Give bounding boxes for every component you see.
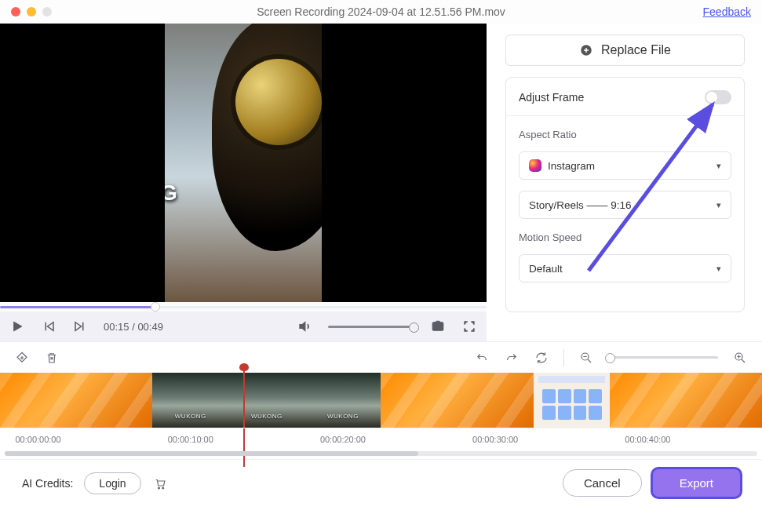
timeline-clip[interactable]: [0, 373, 152, 428]
current-time: 00:15: [104, 321, 129, 333]
next-frame-button[interactable]: [72, 319, 88, 334]
footer: AI Credits: Login Cancel Export: [0, 459, 762, 506]
ruler-tick: 00:00:00:00: [15, 435, 60, 444]
scrubber-thumb[interactable]: [151, 302, 160, 312]
video-timecode: 00:15 / 00:49: [104, 321, 163, 333]
timeline-clip[interactable]: [534, 373, 610, 428]
volume-slider[interactable]: [328, 326, 414, 328]
timeline-toolbar: [0, 341, 762, 373]
timeline-scrollbar[interactable]: [5, 451, 757, 456]
timeline-clip[interactable]: WUKONG: [152, 373, 228, 428]
snapshot-button[interactable]: [430, 319, 446, 334]
export-button[interactable]: Export: [653, 469, 740, 497]
motion-speed-value: Default: [529, 263, 563, 275]
aspect-ratio-label: Aspect Ratio: [519, 129, 731, 140]
aspect-platform-value: Instagram: [548, 160, 595, 172]
aspect-preset-select[interactable]: Story/Reels —— 9:16 ▾: [519, 191, 731, 219]
timeline-clip[interactable]: [381, 373, 533, 428]
login-button[interactable]: Login: [84, 472, 140, 494]
instagram-icon: [529, 159, 541, 172]
replace-file-label: Replace File: [601, 43, 671, 57]
chevron-down-icon: ▾: [716, 200, 721, 210]
svg-point-1: [441, 323, 443, 325]
timeline-clip[interactable]: WUKONG: [228, 373, 304, 428]
ai-credits-label: AI Credits:: [22, 477, 73, 490]
video-overlay-text: G: [165, 180, 178, 206]
zoom-out-button[interactable]: [578, 350, 594, 366]
aspect-platform-select[interactable]: Instagram ▾: [519, 151, 731, 180]
aspect-preset-value: Story/Reels —— 9:16: [529, 199, 632, 211]
video-controls: 00:15 / 00:49: [0, 312, 487, 341]
timeline-ruler[interactable]: 00:00:00:00 00:00:10:00 00:00:20:00 00:0…: [0, 428, 762, 450]
window-title: Screen Recording 2024-09-04 at 12.51.56 …: [0, 5, 762, 18]
prev-frame-button[interactable]: [41, 319, 57, 334]
maximize-window-button[interactable]: [42, 7, 52, 16]
adjust-frame-label: Adjust Frame: [519, 91, 584, 104]
timeline[interactable]: WUKONG WUKONG WUKONG: [0, 373, 762, 428]
window-titlebar: Screen Recording 2024-09-04 at 12.51.56 …: [0, 0, 762, 24]
video-frame: G: [165, 24, 322, 302]
video-preview[interactable]: G: [0, 24, 487, 302]
ruler-tick: 00:00:30:00: [472, 435, 518, 444]
chevron-down-icon: ▾: [716, 161, 721, 171]
settings-panel: Adjust Frame Aspect Ratio Instagram ▾ St…: [505, 77, 745, 312]
refresh-button[interactable]: [534, 350, 549, 366]
cart-button[interactable]: [152, 476, 168, 491]
cancel-button[interactable]: Cancel: [563, 469, 642, 497]
svg-point-6: [162, 487, 163, 489]
duration: 00:49: [137, 321, 163, 333]
ruler-tick: 00:00:10:00: [168, 435, 213, 444]
adjust-frame-toggle[interactable]: [705, 90, 731, 104]
play-button[interactable]: [9, 319, 25, 334]
timeline-clip[interactable]: WUKONG: [304, 373, 381, 428]
volume-icon[interactable]: [297, 319, 312, 334]
svg-point-5: [158, 487, 159, 489]
delete-button[interactable]: [44, 350, 60, 366]
feedback-link[interactable]: Feedback: [703, 5, 751, 18]
video-scrubber[interactable]: [0, 302, 487, 312]
timeline-clip[interactable]: [610, 373, 762, 428]
zoom-in-button[interactable]: [732, 350, 748, 366]
add-marker-button[interactable]: [14, 350, 30, 366]
close-window-button[interactable]: [11, 7, 20, 16]
fullscreen-button[interactable]: [461, 319, 477, 334]
ruler-tick: 00:00:40:00: [625, 435, 670, 444]
undo-button[interactable]: [474, 350, 490, 366]
zoom-slider[interactable]: [608, 356, 718, 359]
chevron-down-icon: ▾: [716, 264, 721, 274]
motion-speed-select[interactable]: Default ▾: [519, 254, 731, 282]
traffic-lights: [11, 7, 52, 16]
plus-circle-icon: [579, 43, 593, 57]
redo-button[interactable]: [504, 350, 520, 366]
replace-file-button[interactable]: Replace File: [505, 35, 745, 66]
minimize-window-button[interactable]: [27, 7, 36, 16]
ruler-tick: 00:00:20:00: [320, 435, 366, 444]
motion-speed-label: Motion Speed: [519, 231, 731, 243]
